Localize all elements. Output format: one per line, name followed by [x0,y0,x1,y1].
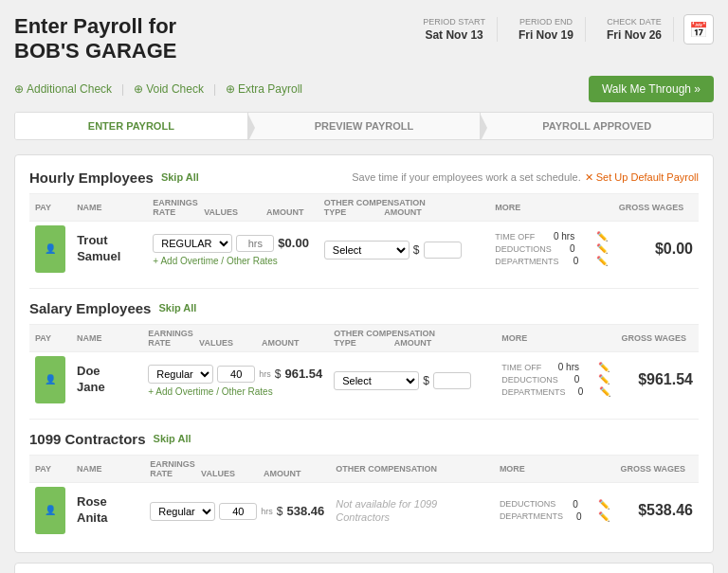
col-gross-c: GROSS WAGES [615,455,699,482]
salary-add-overtime-link[interactable]: + Add Overtime / Other Rates [148,386,322,397]
salary-section-header: Salary Employees Skip All [29,300,699,316]
salary-gross-cell: $961.54 [616,351,700,407]
salary-time-off-edit-icon[interactable]: ✏️ [598,362,610,372]
hourly-gross-cell: $0.00 [613,221,699,277]
page-header: Enter Payroll for BOB'S GARAGE PERIOD ST… [14,14,714,64]
contractors-skip-all[interactable]: Skip All [154,433,191,444]
hourly-section-header: Hourly Employees Skip All Save time if y… [29,170,699,186]
contractors-table: PAY NAME EARNINGS RATE VALUES AMOUNT OTH… [29,455,699,538]
other-type-select[interactable]: Select [324,241,410,260]
col-more-c: MORE [494,455,615,482]
extra-payroll-link[interactable]: Extra Payroll [226,82,302,96]
contractor-earnings-amount: 538.46 [286,504,324,518]
rate-select[interactable]: REGULAR [153,234,232,253]
add-overtime-link[interactable]: + Add Overtime / Other Rates [153,256,313,266]
salary-departments-edit-icon[interactable]: ✏️ [599,386,610,397]
hourly-avatar-cell: 👤 [29,221,71,277]
page: Enter Payroll for BOB'S GARAGE PERIOD ST… [0,0,728,573]
hourly-other-cell: Select $ [318,221,490,277]
departments-edit-icon[interactable]: ✏️ [596,256,608,266]
hourly-earnings-cell: REGULAR $0.00 + Add Overtime / Other Rat… [147,221,318,277]
contractor-values-input[interactable] [219,503,257,520]
col-pay-s: PAY [29,324,71,351]
salary-name-cell: Doe Jane [71,351,142,407]
table-row: 👤 Rose Anita Regular [29,482,699,538]
salary-values-input[interactable] [217,366,255,383]
step-payroll-approved: PAYROLL APPROVED [481,113,713,139]
setup-default-payroll-link[interactable]: ✕ Set Up Default Payroll [585,171,699,184]
col-pay-c: PAY [29,455,71,482]
deductions-edit-icon[interactable]: ✏️ [596,243,608,254]
contractor-other-cell: Not available for 1099 Contractors [330,482,494,538]
salary-avatar-cell: 👤 [29,351,71,407]
salary-gross-wages: $961.54 [622,371,694,388]
salary-skip-all[interactable]: Skip All [158,302,196,313]
gross-wages: $0.00 [619,241,693,258]
contractor-more-cell: DEDUCTIONS 0 ✏️ DEPARTMENTS 0 ✏️ [494,482,615,538]
hourly-skip-all[interactable]: Skip All [161,171,199,183]
contractor-gross-cell: $538.46 [615,482,699,538]
step-enter-payroll: ENTER PAYROLL [15,113,248,139]
contractor-avatar-cell: 👤 [29,482,71,538]
check-date: CHECK DATE Fri Nov 26 [595,17,674,42]
step-preview-payroll: PREVIEW PAYROLL [248,113,482,139]
additional-check-link[interactable]: Additional Check [14,82,112,96]
values-input[interactable] [236,235,274,252]
payroll-main-card: Hourly Employees Skip All Save time if y… [14,154,714,553]
salary-deductions-edit-icon[interactable]: ✏️ [598,374,610,385]
not-available-text: Not available for 1099 Contractors [336,498,437,523]
hourly-name-cell: Trout Samuel [71,221,147,277]
salary-title: Salary Employees [29,300,151,316]
salary-other-type-select[interactable]: Select [334,371,419,390]
col-more-h: MORE [489,193,612,221]
contractor-rate-select[interactable]: Regular [150,502,215,521]
payroll-summary: PAYROLL SUMMARY Total Checks Paid: 2 Tot… [14,563,714,573]
date-range: PERIOD START Sat Nov 13 PERIOD END Fri N… [411,14,714,45]
period-end: PERIOD END Fri Nov 19 [507,17,586,42]
table-row: 👤 Trout Samuel REGULAR [29,221,699,277]
col-earnings-h: EARNINGS RATE VALUES AMOUNT [147,193,318,221]
hourly-more-cell: TIME OFF 0 hrs ✏️ DEDUCTIONS 0 ✏️ DEPART… [489,221,612,277]
walk-me-through-button[interactable]: Walk Me Through » [589,76,714,102]
salary-other-cell: Select $ [328,351,496,407]
wizard-steps: ENTER PAYROLL PREVIEW PAYROLL PAYROLL AP… [14,112,714,140]
earnings-amount: $0.00 [278,236,309,250]
contractor-earnings-cell: Regular hrs $ 538.46 [144,482,330,538]
contractor-name-cell: Rose Anita [71,482,144,538]
col-other-s: OTHER COMPENSATION TYPE AMOUNT [328,324,496,351]
hourly-table: PAY NAME EARNINGS RATE VALUES AMOUNT OTH… [29,193,699,277]
col-gross-h: GROSS WAGES [613,193,699,221]
salary-earnings-cell: Regular hrs $ 961.54 + Add Overtime / Ot… [142,351,328,407]
table-row: 👤 Doe Jane Regular [29,351,699,407]
time-off-edit-icon[interactable]: ✏️ [596,231,608,242]
col-earnings-c: EARNINGS RATE VALUES AMOUNT [144,455,330,482]
col-name-c: NAME [71,455,144,482]
contractor-deductions-edit-icon[interactable]: ✏️ [598,499,610,510]
col-other-h: OTHER COMPENSATION TYPE AMOUNT [318,193,490,221]
calendar-icon[interactable]: 📅 [683,14,714,45]
col-more-s: MORE [496,324,615,351]
page-title: Enter Payroll for BOB'S GARAGE [14,14,176,64]
salary-earnings-amount: 961.54 [284,367,322,381]
other-amount-input[interactable] [424,242,462,259]
col-gross-s: GROSS WAGES [616,324,700,351]
avatar: 👤 [35,487,65,534]
period-start: PERIOD START Sat Nov 13 [411,17,498,42]
avatar: 👤 [35,356,65,403]
salary-more-cell: TIME OFF 0 hrs ✏️ DEDUCTIONS 0 ✏️ DEPART… [496,351,615,407]
void-check-link[interactable]: Void Check [134,82,204,96]
avatar: 👤 [35,225,65,273]
contractor-gross-wages: $538.46 [621,502,693,519]
col-pay-h: PAY [29,193,71,221]
actions-bar: Additional Check | Void Check | Extra Pa… [14,76,714,102]
col-earnings-s: EARNINGS RATE VALUES AMOUNT [142,324,328,351]
hourly-title: Hourly Employees [29,170,154,186]
salary-rate-select[interactable]: Regular [148,365,213,384]
contractor-departments-edit-icon[interactable]: ✏️ [598,511,610,522]
contractors-section-header: 1099 Contractors Skip All [29,431,699,447]
quick-actions: Additional Check | Void Check | Extra Pa… [14,82,302,96]
salary-table: PAY NAME EARNINGS RATE VALUES AMOUNT OTH… [29,324,699,407]
contractors-title: 1099 Contractors [29,431,146,447]
salary-other-amount-input[interactable] [433,372,471,389]
col-name-s: NAME [71,324,142,351]
